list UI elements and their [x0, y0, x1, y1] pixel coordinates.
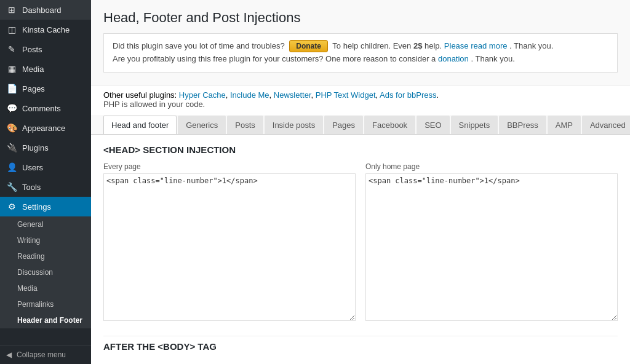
sidebar-item-tools[interactable]: 🔧 Tools — [0, 177, 91, 197]
sidebar-item-media[interactable]: ▦ Media — [0, 59, 91, 79]
comments-icon: 💬 — [6, 103, 17, 113]
sub-media[interactable]: Media — [0, 280, 91, 296]
sub-writing[interactable]: Writing — [0, 232, 91, 248]
appearance-icon: 🎨 — [6, 123, 17, 133]
sub-general[interactable]: General — [0, 216, 91, 232]
sidebar-item-pages[interactable]: 📄 Pages — [0, 79, 91, 98]
home-page-label: Only home page — [365, 162, 618, 171]
users-icon: 👤 — [6, 162, 17, 172]
posts-icon: ✎ — [6, 44, 17, 54]
tab-bbpress[interactable]: BBPress — [499, 116, 546, 135]
tab-seo[interactable]: SEO — [417, 116, 449, 135]
sidebar-item-users[interactable]: 👤 Users — [0, 157, 91, 177]
tools-icon: 🔧 — [6, 182, 17, 192]
sidebar: ⊞ Dashboard ◫ Kinsta Cache ✎ Posts ▦ Med… — [0, 0, 91, 364]
plugin-include-me[interactable]: Include Me — [230, 90, 269, 100]
sidebar-item-comments[interactable]: 💬 Comments — [0, 98, 91, 118]
home-page-textarea[interactable]: <span class="line-number">1</span> — [365, 173, 618, 321]
settings-submenu: General Writing Reading Discussion Media… — [0, 216, 91, 328]
head-section-title: <HEAD> SECTION INJECTION — [103, 144, 618, 155]
plugin-php-text[interactable]: PHP Text Widget — [316, 90, 376, 100]
notice-amount: 2$ — [413, 41, 422, 50]
plugin-hyper-cache[interactable]: Hyper Cache — [179, 90, 226, 100]
donate-button[interactable]: Donate — [289, 40, 328, 52]
sub-permalinks[interactable]: Permalinks — [0, 296, 91, 312]
after-body-title: AFTER THE <BODY> TAG — [103, 336, 618, 352]
notice-box: Did this plugin save you lot of time and… — [103, 33, 618, 73]
textarea-home-page-group: Only home page <span class="line-number"… — [365, 162, 618, 321]
settings-icon: ⚙ — [6, 202, 17, 212]
sub-header-footer[interactable]: Header and Footer — [0, 312, 91, 328]
collapse-icon: ◀ — [6, 350, 12, 359]
sidebar-item-label: Kinsta Cache — [22, 25, 70, 34]
sidebar-item-label: Comments — [22, 104, 61, 113]
pages-icon: 📄 — [6, 84, 17, 93]
tab-pages[interactable]: Pages — [324, 116, 363, 135]
tab-inside-posts[interactable]: Inside posts — [265, 116, 323, 135]
php-note: PHP is allowed in your code. — [91, 100, 630, 115]
sidebar-item-label: Pages — [22, 84, 45, 93]
plugins-line: Other useful plugins: Hyper Cache, Inclu… — [91, 85, 630, 100]
sidebar-item-label: Media — [22, 65, 44, 74]
sidebar-item-label: Tools — [22, 183, 41, 192]
sidebar-item-label: Settings — [22, 202, 51, 212]
head-textarea-row: Every page <span class="line-number">1</… — [103, 162, 618, 321]
tab-head-footer[interactable]: Head and footer — [103, 116, 177, 135]
page-header: Head, Footer and Post Injections Did thi… — [91, 0, 630, 85]
sidebar-item-plugins[interactable]: 🔌 Plugins — [0, 138, 91, 157]
plugin-ads-bbpress[interactable]: Ads for bbPress — [380, 90, 437, 100]
sidebar-item-posts[interactable]: ✎ Posts — [0, 39, 91, 59]
sidebar-item-appearance[interactable]: 🎨 Appearance — [0, 118, 91, 138]
sub-reading[interactable]: Reading — [0, 248, 91, 264]
notice-line-2: Are you profitably using this free plugi… — [113, 53, 608, 66]
tab-generics[interactable]: Generics — [178, 116, 226, 135]
media-icon: ▦ — [6, 64, 17, 74]
notice-text6: . Thank you. — [471, 54, 514, 63]
plugin-newsletter[interactable]: Newsletter — [274, 90, 311, 100]
notice-text4: . Thank you. — [509, 41, 553, 50]
tab-snippets[interactable]: Snippets — [451, 116, 498, 135]
tab-posts[interactable]: Posts — [227, 116, 263, 135]
collapse-label: Collapse menu — [17, 350, 66, 359]
plugins-icon: 🔌 — [6, 143, 17, 152]
kinsta-icon: ◫ — [6, 25, 17, 34]
textarea-every-page-group: Every page <span class="line-number">1</… — [103, 162, 356, 321]
every-page-textarea[interactable]: <span class="line-number">1</span> — [103, 173, 356, 321]
sidebar-item-kinsta[interactable]: ◫ Kinsta Cache — [0, 20, 91, 39]
sidebar-item-settings[interactable]: ⚙ Settings — [0, 197, 91, 216]
tab-advanced[interactable]: Advanced — [582, 116, 630, 135]
notice-text1: Did this plugin save you lot of time and… — [113, 41, 285, 50]
sidebar-item-label: Users — [22, 163, 43, 172]
sidebar-item-label: Dashboard — [22, 6, 62, 15]
page-title: Head, Footer and Post Injections — [103, 10, 618, 26]
notice-text5: Are you profitably using this free plugi… — [113, 54, 436, 63]
content-area: <HEAD> SECTION INJECTION Every page <spa… — [91, 135, 630, 364]
notice-line-1: Did this plugin save you lot of time and… — [113, 40, 608, 53]
tab-facebook[interactable]: Facebook — [364, 116, 415, 135]
sub-discussion[interactable]: Discussion — [0, 264, 91, 280]
every-page-label: Every page — [103, 162, 356, 171]
sidebar-item-label: Plugins — [22, 143, 49, 152]
sidebar-item-label: Appearance — [22, 124, 65, 133]
plugins-prefix: Other useful plugins: — [103, 90, 177, 100]
main-content: Head, Footer and Post Injections Did thi… — [91, 0, 630, 364]
notice-text3: help. — [425, 41, 442, 50]
tab-amp[interactable]: AMP — [548, 116, 581, 135]
collapse-menu-button[interactable]: ◀ Collapse menu — [0, 345, 91, 364]
notice-text2: To help children. Even — [332, 41, 411, 50]
sidebar-item-dashboard[interactable]: ⊞ Dashboard — [0, 0, 91, 20]
dashboard-icon: ⊞ — [6, 5, 17, 15]
tabs-bar: Head and footer Generics Posts Inside po… — [91, 115, 630, 135]
read-more-link[interactable]: Please read more — [444, 41, 508, 50]
sidebar-item-label: Posts — [22, 45, 42, 54]
donation-link[interactable]: donation — [438, 54, 469, 63]
